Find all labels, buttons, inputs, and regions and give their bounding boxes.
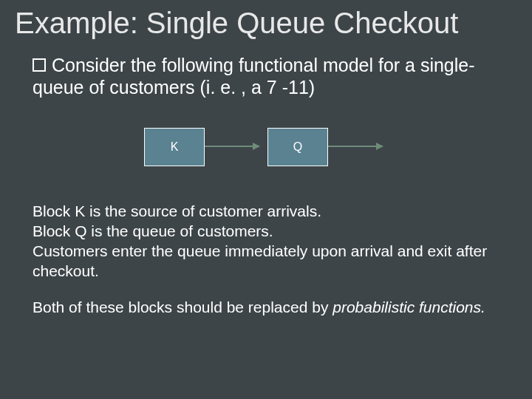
- slide-title: Example: Single Queue Checkout: [0, 0, 532, 39]
- description-text: Block K is the source of customer arriva…: [0, 196, 532, 317]
- bullet-square-icon: [33, 58, 46, 72]
- block-k: K: [144, 128, 205, 166]
- desc-line-2: Block Q is the queue of customers.: [33, 222, 495, 242]
- desc-p2-a: Both of these blocks should be replaced …: [33, 299, 332, 316]
- arrow-icon: [328, 146, 383, 147]
- intro-lead: Consider: [52, 55, 126, 75]
- slide: Example: Single Queue Checkout Consider …: [0, 0, 532, 399]
- arrow-icon: [205, 146, 259, 147]
- intro-paragraph: Consider the following functional model …: [0, 39, 532, 98]
- flow-diagram: K Q: [0, 115, 532, 196]
- desc-line-1: Block K is the source of customer arriva…: [33, 202, 495, 222]
- desc-p2-b: probabilistic functions.: [332, 299, 485, 316]
- block-q: Q: [267, 128, 328, 166]
- desc-para-2: Both of these blocks should be replaced …: [33, 298, 495, 318]
- desc-line-3: Customers enter the queue immediately up…: [33, 242, 495, 282]
